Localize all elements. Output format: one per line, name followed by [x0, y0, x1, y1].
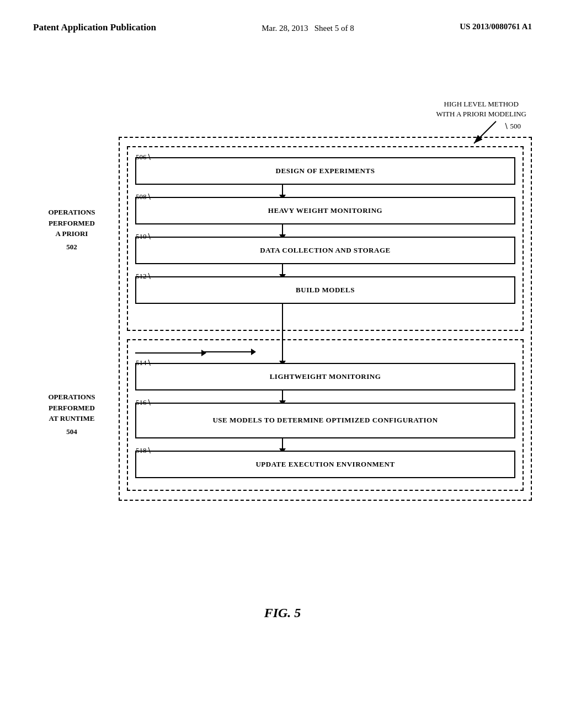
- apriori-num: 502: [33, 242, 110, 253]
- runtime-label-l1: OPERATIONS: [33, 392, 110, 403]
- patent-number: US 2013/0080761 A1: [460, 22, 532, 31]
- box-512-label: BUILD MODELS: [296, 286, 355, 295]
- step-num-510: 510∖: [136, 232, 151, 241]
- runtime-label-l3: AT RUNTIME: [33, 413, 110, 424]
- step-num-514: 514∖: [136, 358, 151, 367]
- runtime-num: 504: [33, 426, 110, 437]
- box-514-label: LIGHTWEIGHT MONITORING: [270, 372, 381, 381]
- box-506-label: DESIGN OF EXPERIMENTS: [276, 167, 375, 175]
- box-508: HEAVY WEIGHT MONITORING: [135, 197, 515, 224]
- publication-title: Patent Application Publication: [33, 22, 156, 33]
- box-508-label: HEAVY WEIGHT MONITORING: [268, 206, 382, 215]
- box-518: UPDATE EXECUTION ENVIRONMENT: [135, 451, 515, 478]
- fig-text: FIG. 5: [264, 606, 301, 620]
- fig-label: FIG. 5: [0, 606, 565, 620]
- title-line1: HIGH LEVEL METHOD: [436, 99, 526, 109]
- box-510-label: DATA COLLECTION AND STORAGE: [260, 246, 390, 255]
- apriori-label-l2: PERFORMED: [33, 218, 110, 229]
- header-right: US 2013/0080761 A1: [460, 22, 532, 31]
- box-516: USE MODELS TO DETERMINE OPTIMIZED CONFIG…: [135, 403, 515, 438]
- apriori-label: OPERATIONS PERFORMED A PRIORI 502: [33, 207, 110, 252]
- sheet-info: Sheet 5 of 8: [315, 24, 354, 33]
- box-518-label: UPDATE EXECUTION ENVIRONMENT: [255, 460, 395, 469]
- runtime-label: OPERATIONS PERFORMED AT RUNTIME 504: [33, 392, 110, 437]
- box-516-label: USE MODELS TO DETERMINE OPTIMIZED CONFIG…: [212, 415, 438, 425]
- box-512: BUILD MODELS: [135, 276, 515, 304]
- box-510: DATA COLLECTION AND STORAGE: [135, 237, 515, 264]
- arrow-vert-apriori-runtime: [282, 304, 283, 351]
- step-num-518: 518∖: [136, 446, 151, 455]
- step-num-516: 516∖: [136, 398, 151, 407]
- box-506: DESIGN OF EXPERIMENTS: [135, 157, 515, 185]
- step-num-506: 506∖: [136, 153, 151, 162]
- runtime-label-l2: PERFORMED: [33, 403, 110, 414]
- step-num-508: 508∖: [136, 192, 151, 201]
- pub-date: Mar. 28, 2013: [262, 24, 308, 33]
- diagram-num: 500: [510, 122, 521, 130]
- header-center: Mar. 28, 2013 Sheet 5 of 8: [262, 22, 354, 35]
- apriori-label-l3: A PRIORI: [33, 228, 110, 239]
- page-header: Patent Application Publication Mar. 28, …: [0, 0, 565, 35]
- step-num-512: 512∖: [136, 272, 151, 281]
- header-left: Patent Application Publication: [33, 22, 156, 33]
- diagram-area: HIGH LEVEL METHOD WITH A PRIORI MODELING…: [33, 99, 532, 563]
- apriori-label-l1: OPERATIONS: [33, 207, 110, 218]
- arrow-into-runtime: [201, 349, 256, 355]
- box-514: LIGHTWEIGHT MONITORING: [135, 363, 515, 390]
- arrow-apriori-runtime: [135, 350, 206, 356]
